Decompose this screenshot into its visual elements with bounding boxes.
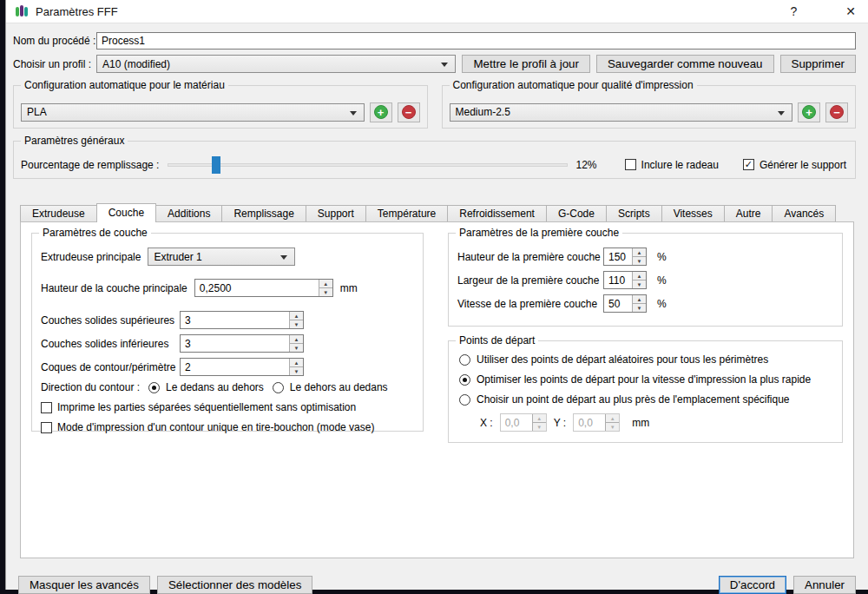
process-name-input[interactable]: Process1 [96,32,856,50]
ok-button[interactable]: D'accord [719,576,786,594]
cancel-button[interactable]: Annuler [793,576,856,594]
y-coordinate-label: Y : [554,417,566,429]
vase-mode-label: Mode d'impression d'un contour unique en… [57,421,374,433]
inside-out-radio[interactable]: Le dedans au dehors [148,381,264,393]
spin-down-icon[interactable]: ▼ [290,367,303,375]
spin-buttons: ▲ ▼ [632,248,646,265]
select-models-button[interactable]: Sélectionner des modèles [157,576,312,594]
layer-settings-title: Paramètres de couche [39,227,151,239]
top-solid-spinner[interactable]: 3 ▲ ▼ [180,311,304,329]
layer-tab-panel: Paramètres de couche Extrudeuse principa… [20,221,854,558]
tab-avances[interactable]: Avancés [772,205,836,221]
spin-down-icon[interactable]: ▼ [290,344,303,352]
spin-up-icon[interactable]: ▲ [290,359,303,367]
include-raft-checkbox[interactable]: Inclure le radeau [625,159,719,171]
add-material-button[interactable]: + [370,102,392,122]
save-as-new-button[interactable]: Sauvegarder comme nouveau [596,55,774,73]
plus-icon: + [802,105,816,119]
spin-down-icon[interactable]: ▼ [633,280,646,288]
help-icon[interactable]: ? [790,4,797,18]
layer-height-spinner[interactable]: 0,2500 ▲ ▼ [194,279,333,297]
quality-combobox[interactable]: Medium-2.5 [450,103,793,122]
chevron-down-icon [778,111,785,116]
x-coordinate-spinner[interactable]: 0,0 ▲ ▼ [500,413,547,432]
spin-up-icon[interactable]: ▲ [606,414,619,423]
generate-support-checkbox[interactable]: Générer le support [743,159,846,171]
update-profile-button[interactable]: Mettre le profil à jour [462,55,589,73]
vase-mode-checkbox[interactable]: Mode d'impression d'un contour unique en… [41,421,414,433]
optimize-start-radio[interactable]: Optimiser les points de départ pour la v… [459,373,833,386]
spin-up-icon[interactable]: ▲ [290,312,303,320]
tab-remplissage[interactable]: Remplissage [221,205,306,221]
remove-material-button[interactable]: − [398,102,420,122]
radio-selected-icon [148,382,160,393]
spin-up-icon[interactable]: ▲ [633,272,646,280]
spin-down-icon[interactable]: ▼ [319,288,332,296]
primary-extruder-combobox[interactable]: Extruder 1 [148,248,295,266]
start-points-title: Points de départ [456,334,538,346]
radio-icon [273,382,284,393]
add-quality-button[interactable]: + [798,102,820,122]
spin-up-icon[interactable]: ▲ [319,280,332,288]
spin-down-icon[interactable]: ▼ [606,423,619,431]
spin-down-icon[interactable]: ▼ [633,304,646,312]
first-layer-speed-spinner[interactable]: 50 ▲ ▼ [603,294,647,313]
perimeter-shells-value: 2 [181,359,289,375]
remove-quality-button[interactable]: − [825,102,848,122]
start-points-group: Points de départ Utiliser des points de … [448,340,843,443]
perimeter-shells-spinner[interactable]: 2 ▲ ▼ [180,358,304,376]
material-combobox[interactable]: PLA [21,103,365,122]
minus-icon: − [402,105,416,119]
first-layer-height-spinner[interactable]: 150 ▲ ▼ [603,248,647,266]
bottom-solid-spinner[interactable]: 3 ▲ ▼ [180,334,304,353]
infill-percent-value: 12% [576,159,597,171]
spin-down-icon[interactable]: ▼ [633,257,646,265]
random-start-radio[interactable]: Utiliser des points de départ aléatoires… [459,353,833,366]
inside-out-label: Le dedans au dehors [166,381,264,393]
spin-up-icon[interactable]: ▲ [633,295,646,304]
tab-scripts[interactable]: Scripts [606,205,662,221]
infill-label: Pourcentage de remplissage : [21,159,159,171]
spin-buttons: ▲ ▼ [289,312,303,328]
profile-combobox[interactable]: A10 (modified) [96,55,456,73]
first-layer-height-value: 150 [604,248,632,265]
spin-up-icon[interactable]: ▲ [633,248,646,257]
generate-support-label: Générer le support [760,159,846,171]
tab-gcode[interactable]: G-Code [546,205,607,221]
tab-autre[interactable]: Autre [724,205,773,221]
first-layer-width-spinner[interactable]: 110 ▲ ▼ [603,271,647,289]
tab-temperature[interactable]: Température [365,205,448,221]
tab-vitesses[interactable]: Vitesses [661,205,725,221]
material-config-title: Configuration automatique pour le matéri… [21,79,228,91]
y-coordinate-spinner[interactable]: 0,0 ▲ ▼ [573,413,620,432]
tab-refroidissement[interactable]: Refroidissement [447,205,547,221]
infill-slider[interactable] [168,156,567,174]
outside-in-radio[interactable]: Le dehors au dedans [273,381,388,393]
tab-support[interactable]: Support [306,205,366,221]
window-title: Paramètres FFF [36,5,118,18]
outside-in-label: Le dehors au dedans [290,381,388,393]
hide-advanced-button[interactable]: Masquer les avancés [18,576,150,594]
spin-up-icon[interactable]: ▲ [290,335,303,344]
percent-unit: % [657,274,667,287]
sequential-printing-label: Imprime les parties séparées séquentiell… [57,401,356,413]
tab-extrudeuse[interactable]: Extrudeuse [20,205,97,221]
tab-couche[interactable]: Couche [96,203,156,222]
delete-profile-button[interactable]: Supprimer [780,55,856,73]
spin-down-icon[interactable]: ▼ [533,423,546,431]
sequential-printing-checkbox[interactable]: Imprime les parties séparées séquentiell… [41,401,414,413]
close-icon[interactable]: ✕ [845,4,856,18]
tab-additions[interactable]: Additions [155,205,222,221]
spin-down-icon[interactable]: ▼ [290,320,303,328]
optimize-start-label: Optimiser les points de départ pour la v… [477,373,811,386]
x-coordinate-value: 0,0 [501,414,532,431]
choose-start-radio[interactable]: Choisir un point de départ au plus près … [459,393,833,406]
app-logo-icon [15,4,29,18]
general-settings-group: Paramètres généraux Pourcentage de rempl… [13,141,856,179]
quality-config-group: Configuration automatique pour qualité d… [442,85,857,129]
spin-up-icon[interactable]: ▲ [533,414,546,423]
choose-start-label: Choisir un point de départ au plus près … [477,393,790,406]
layer-settings-group: Paramètres de couche Extrudeuse principa… [31,233,424,432]
profile-value: A10 (modified) [102,58,170,70]
infill-slider-handle[interactable] [212,156,220,174]
